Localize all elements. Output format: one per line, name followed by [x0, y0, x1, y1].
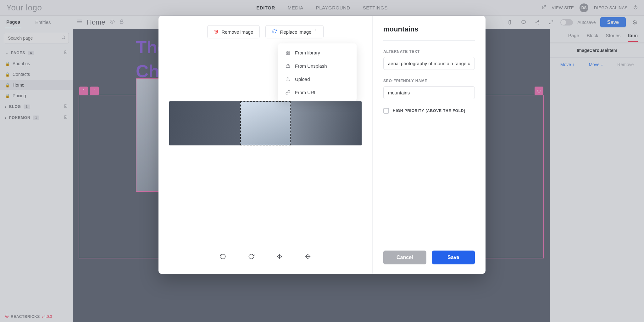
dropdown-label: From Unsplash — [295, 63, 327, 69]
priority-checkbox-row[interactable]: HIGH PRIORITY (ABOVE THE FOLD) — [383, 108, 475, 114]
image-title: mountains — [383, 25, 475, 41]
modal-right-panel: mountains ALTERNATE TEXT SEO-FRIENDLY NA… — [372, 16, 486, 274]
redo-icon[interactable] — [248, 253, 254, 261]
trash-icon — [214, 29, 219, 35]
svg-rect-28 — [288, 51, 289, 52]
chevron-up-icon: ˄ — [314, 29, 317, 35]
svg-rect-27 — [286, 51, 287, 52]
replace-dropdown: From library From Unsplash Upload From U… — [278, 43, 357, 101]
flip-vertical-icon[interactable] — [305, 253, 311, 261]
priority-label: HIGH PRIORITY (ABOVE THE FOLD) — [393, 109, 465, 113]
checkbox[interactable] — [383, 108, 389, 114]
replace-image-button[interactable]: Replace image ˄ — [265, 25, 324, 38]
image-edit-modal: Remove image Replace image ˄ From librar… — [158, 16, 486, 274]
image-tools — [169, 250, 362, 264]
remove-image-button[interactable]: Remove image — [207, 25, 260, 38]
image-action-buttons: Remove image Replace image ˄ — [169, 25, 362, 38]
svg-rect-30 — [288, 53, 289, 54]
seo-name-label: SEO-FRIENDLY NAME — [383, 79, 475, 83]
link-icon — [285, 89, 291, 95]
refresh-icon — [272, 29, 277, 35]
dropdown-from-url[interactable]: From URL — [278, 86, 357, 99]
undo-icon[interactable] — [220, 253, 226, 261]
button-label: Remove image — [222, 29, 253, 35]
dropdown-from-unsplash[interactable]: From Unsplash — [278, 59, 357, 72]
cancel-button[interactable]: Cancel — [383, 251, 426, 264]
alt-text-input[interactable] — [383, 57, 475, 70]
dropdown-label: From library — [295, 50, 320, 55]
modal-footer: Cancel Save — [383, 251, 475, 264]
crop-selection[interactable] — [240, 101, 290, 145]
seo-name-input[interactable] — [383, 86, 475, 99]
unsplash-icon — [285, 63, 291, 69]
button-label: Replace image — [280, 29, 311, 35]
dropdown-from-library[interactable]: From library — [278, 46, 357, 59]
svg-rect-29 — [286, 53, 287, 54]
grid-icon — [285, 50, 291, 55]
dropdown-label: Upload — [295, 76, 310, 82]
alt-text-label: ALTERNATE TEXT — [383, 49, 475, 54]
upload-icon — [285, 76, 291, 82]
image-preview[interactable] — [169, 101, 362, 145]
modal-save-button[interactable]: Save — [432, 251, 475, 264]
dropdown-upload[interactable]: Upload — [278, 72, 357, 86]
modal-left-panel: Remove image Replace image ˄ From librar… — [158, 16, 372, 274]
dropdown-label: From URL — [295, 90, 317, 95]
flip-horizontal-icon[interactable] — [276, 253, 283, 261]
